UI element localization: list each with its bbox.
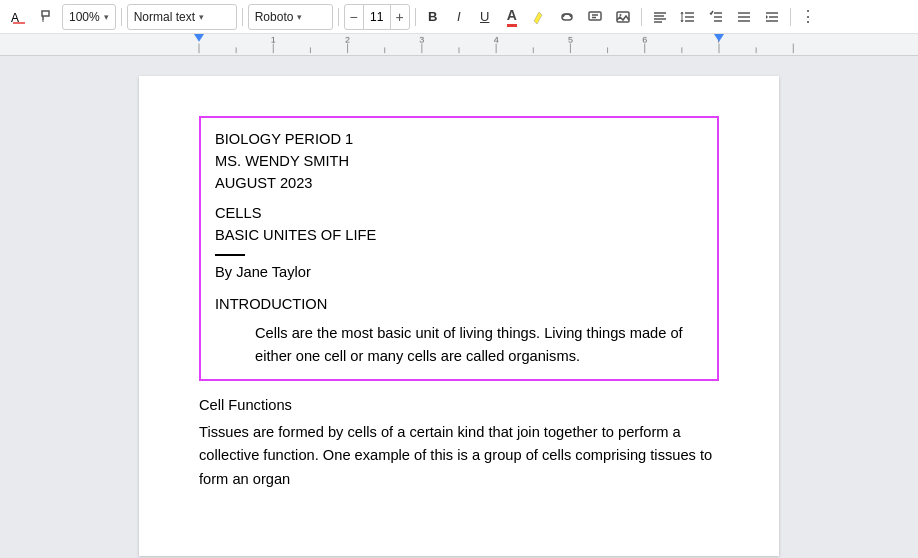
zoom-label: 100% xyxy=(69,10,100,24)
font-color-button[interactable]: A xyxy=(499,4,525,30)
checklist-button[interactable] xyxy=(703,4,729,30)
date-line: AUGUST 2023 xyxy=(215,172,703,194)
font-label: Roboto xyxy=(255,10,294,24)
selected-content-box[interactable]: BIOLOGY PERIOD 1 MS. WENDY SMITH AUGUST … xyxy=(199,116,719,381)
line-spacing-button[interactable] xyxy=(675,4,701,30)
font-size-input[interactable] xyxy=(363,5,391,29)
intro-heading: INTRODUCTION xyxy=(215,296,703,312)
divider-1 xyxy=(121,8,122,26)
indent-button[interactable] xyxy=(759,4,785,30)
cell-functions-heading: Cell Functions xyxy=(199,397,719,413)
divider-6 xyxy=(790,8,791,26)
font-size-increase-button[interactable]: + xyxy=(391,4,409,30)
bold-button[interactable]: B xyxy=(421,4,445,30)
biology-line: BIOLOGY PERIOD 1 xyxy=(215,128,703,150)
svg-point-6 xyxy=(619,14,621,16)
highlight-button[interactable] xyxy=(526,4,552,30)
cell-functions-para: Tissues are formed by cells of a certain… xyxy=(199,421,719,491)
svg-rect-2 xyxy=(589,12,601,20)
style-dropdown[interactable]: Normal text ▾ xyxy=(127,4,237,30)
page: BIOLOGY PERIOD 1 MS. WENDY SMITH AUGUST … xyxy=(139,76,779,556)
document-area[interactable]: BIOLOGY PERIOD 1 MS. WENDY SMITH AUGUST … xyxy=(0,56,918,558)
font-caret: ▾ xyxy=(297,12,302,22)
subtitle-line: BASIC UNITES OF LIFE xyxy=(215,224,703,246)
ruler-canvas xyxy=(0,34,918,55)
below-content: Cell Functions Tissues are formed by cel… xyxy=(199,397,719,491)
divider-2 xyxy=(242,8,243,26)
underline-button[interactable]: U xyxy=(473,4,497,30)
separator xyxy=(215,254,245,256)
author-line: By Jane Taylor xyxy=(215,264,703,280)
font-size-control: − + xyxy=(344,4,410,30)
color-group: A xyxy=(499,4,552,30)
comment-button[interactable] xyxy=(582,4,608,30)
paint-format-icon[interactable] xyxy=(34,4,60,30)
font-size-decrease-button[interactable]: − xyxy=(345,4,363,30)
list-button[interactable] xyxy=(731,4,757,30)
align-button[interactable] xyxy=(647,4,673,30)
more-options-button[interactable]: ⋮ xyxy=(796,7,820,26)
teacher-line: MS. WENDY SMITH xyxy=(215,150,703,172)
svg-rect-1 xyxy=(43,20,44,22)
cells-line: CELLS xyxy=(215,202,703,224)
title-block: CELLS BASIC UNITES OF LIFE xyxy=(215,202,703,246)
image-button[interactable] xyxy=(610,4,636,30)
divider-5 xyxy=(641,8,642,26)
divider-3 xyxy=(338,8,339,26)
font-dropdown[interactable]: Roboto ▾ xyxy=(248,4,333,30)
doc-header: BIOLOGY PERIOD 1 MS. WENDY SMITH AUGUST … xyxy=(215,128,703,194)
intro-body: Cells are the most basic unit of living … xyxy=(255,322,703,369)
divider-4 xyxy=(415,8,416,26)
spellcheck-icon[interactable]: A xyxy=(6,4,32,30)
ruler xyxy=(0,34,918,56)
toolbar: A 100% ▾ Normal text ▾ Roboto ▾ − + B I … xyxy=(0,0,918,34)
link-button[interactable] xyxy=(554,4,580,30)
italic-button[interactable]: I xyxy=(447,4,471,30)
zoom-dropdown[interactable]: 100% ▾ xyxy=(62,4,116,30)
zoom-caret: ▾ xyxy=(104,12,109,22)
style-label: Normal text xyxy=(134,10,195,24)
style-caret: ▾ xyxy=(199,12,204,22)
